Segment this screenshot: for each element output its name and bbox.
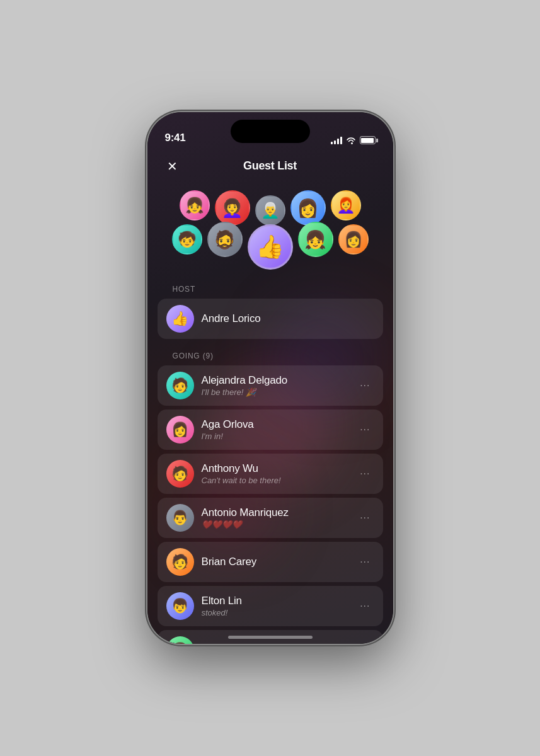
guest-row[interactable]: 🧑 Brian Carey ··· xyxy=(158,542,383,582)
avatar-row-1: 👧 👩‍🦱 👨‍🦳 👩 👩‍🦰 xyxy=(180,190,361,226)
host-row[interactable]: 👍 Andre Lorico xyxy=(158,299,383,339)
avatar-bubble: 👩 xyxy=(290,190,326,226)
guest-name: Elton Lin xyxy=(202,595,349,607)
wifi-icon xyxy=(346,137,356,144)
signal-icon xyxy=(331,137,342,144)
phone-frame: 9:41 xyxy=(147,112,393,644)
guest-avatar: 👧 xyxy=(166,636,194,644)
guest-info: Elton Lin stoked! xyxy=(202,595,349,617)
guest-row[interactable]: 👧 Jenica Chong ··· xyxy=(158,630,383,644)
page-title: Guest List xyxy=(243,159,297,173)
guest-status: I'm in! xyxy=(202,432,349,441)
going-section: GOING (9) 🧑 Alejandra Delgado I'll be th… xyxy=(147,352,393,644)
guest-status: I'll be there! 🎉 xyxy=(202,387,349,397)
more-options-button[interactable]: ··· xyxy=(356,421,374,438)
avatar-bubble: 👨‍🦳 xyxy=(255,195,285,226)
avatar-bubble-featured: 👍 xyxy=(248,224,293,270)
guest-avatar: 🧑 xyxy=(166,460,194,488)
guest-avatar: 👩 xyxy=(166,416,194,444)
guest-name: Alejandra Delgado xyxy=(202,374,349,387)
guest-name: Brian Carey xyxy=(202,556,349,568)
guest-row[interactable]: 🧑 Alejandra Delgado I'll be there! 🎉 ··· xyxy=(158,365,383,406)
status-time: 9:41 xyxy=(165,132,186,144)
more-options-button[interactable]: ··· xyxy=(356,466,374,482)
more-options-button[interactable]: ··· xyxy=(356,554,374,570)
guest-info: Aga Orlova I'm in! xyxy=(202,418,349,441)
avatar-cloud: 👧 👩‍🦱 👨‍🦳 👩 👩‍🦰 🧒 🧔 👍 👧 👩 xyxy=(147,180,393,285)
guest-info: Alejandra Delgado I'll be there! 🎉 xyxy=(202,374,349,397)
host-avatar: 👍 xyxy=(166,305,194,333)
guest-status: Can't wait to be there! xyxy=(202,476,349,485)
status-icons xyxy=(331,136,376,144)
more-options-button[interactable]: ··· xyxy=(356,598,374,614)
host-section: HOST 👍 Andre Lorico xyxy=(147,285,393,339)
more-options-button[interactable]: ··· xyxy=(356,377,374,394)
battery-icon xyxy=(360,136,376,144)
avatar-bubble: 🧒 xyxy=(172,224,202,255)
guest-info: Antonio Manriquez ❤️❤️❤️❤️ xyxy=(202,507,349,529)
avatar-bubble: 🧔 xyxy=(207,222,243,257)
host-info: Andre Lorico xyxy=(202,312,374,325)
more-options-button[interactable]: ··· xyxy=(356,642,374,644)
dynamic-island xyxy=(231,120,310,143)
more-options-button[interactable]: ··· xyxy=(356,510,374,526)
content-area[interactable]: ✕ Guest List 👧 👩‍🦱 👨‍🦳 👩 👩‍🦰 🧒 🧔 👍 xyxy=(147,149,393,644)
guest-avatar: 🧑 xyxy=(166,548,194,576)
guest-row[interactable]: 👩 Aga Orlova I'm in! ··· xyxy=(158,410,383,450)
close-button[interactable]: ✕ xyxy=(163,156,183,176)
guest-row[interactable]: 👦 Elton Lin stoked! ··· xyxy=(158,586,383,626)
guest-avatar: 🧑 xyxy=(166,372,194,399)
avatar-row-2: 🧒 🧔 👍 👧 👩 xyxy=(172,224,369,270)
battery-fill xyxy=(361,138,374,143)
avatar-bubble: 👧 xyxy=(180,190,210,220)
guest-avatar: 👦 xyxy=(166,592,194,620)
avatar-bubble: 👩‍🦰 xyxy=(331,190,361,220)
host-name: Andre Lorico xyxy=(202,312,374,325)
guest-name: Antonio Manriquez xyxy=(202,507,349,519)
guest-status: ❤️❤️❤️❤️ xyxy=(202,520,349,529)
screen: 9:41 xyxy=(147,112,393,644)
guest-avatar: 👨 xyxy=(166,504,194,532)
guest-status: stoked! xyxy=(202,608,349,617)
guest-row[interactable]: 👨 Antonio Manriquez ❤️❤️❤️❤️ ··· xyxy=(158,498,383,538)
host-section-label: HOST xyxy=(158,285,383,294)
avatar-bubble: 👩‍🦱 xyxy=(215,190,250,226)
guest-row[interactable]: 🧑 Anthony Wu Can't wait to be there! ··· xyxy=(158,454,383,494)
guest-name: Aga Orlova xyxy=(202,418,349,431)
avatar-bubble: 👩 xyxy=(338,224,369,255)
guest-info: Brian Carey xyxy=(202,556,349,568)
guest-info: Anthony Wu Can't wait to be there! xyxy=(202,462,349,485)
going-section-label: GOING (9) xyxy=(158,352,383,360)
avatar-bubble: 👧 xyxy=(298,222,333,257)
close-icon: ✕ xyxy=(167,160,178,173)
guest-name: Anthony Wu xyxy=(202,462,349,475)
page-header: ✕ Guest List xyxy=(147,149,393,180)
